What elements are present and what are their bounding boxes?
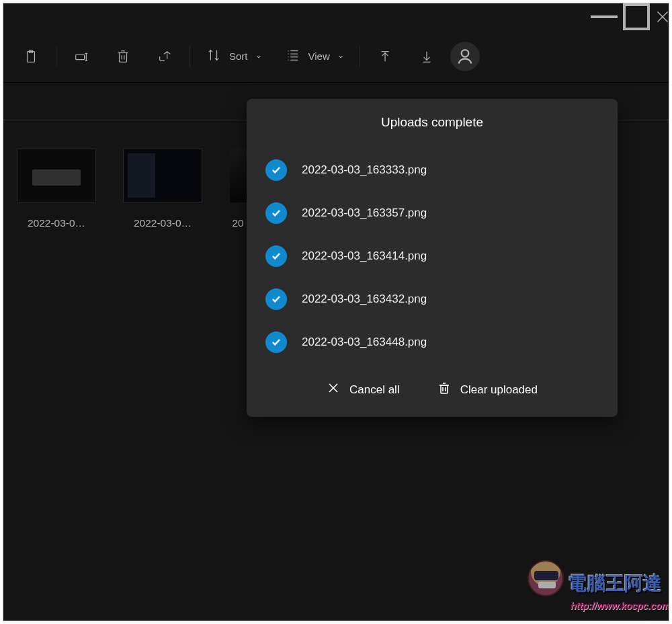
- chevron-down-icon: [338, 50, 343, 62]
- check-icon: [265, 332, 287, 353]
- rename-button[interactable]: [60, 42, 102, 71]
- window-titlebar: [3, 3, 669, 30]
- view-label: View: [308, 50, 330, 62]
- sort-button[interactable]: Sort: [194, 42, 274, 71]
- popup-title: Uploads complete: [247, 115, 618, 130]
- file-item[interactable]: 2022-03-0…: [15, 149, 97, 229]
- check-icon: [265, 245, 287, 267]
- upload-row[interactable]: 2022-03-03_163357.png: [265, 192, 599, 235]
- uploads-popup: Uploads complete 2022-03-03_163333.png 2…: [247, 99, 618, 417]
- upload-row[interactable]: 2022-03-03_163414.png: [265, 235, 599, 278]
- upload-button[interactable]: [364, 42, 406, 71]
- view-icon: [286, 48, 300, 65]
- svg-rect-6: [76, 54, 85, 59]
- share-button[interactable]: [144, 42, 185, 71]
- sort-label: Sort: [229, 50, 248, 62]
- trash-icon: [437, 381, 451, 398]
- upload-filename: 2022-03-03_163448.png: [302, 336, 427, 349]
- upload-row[interactable]: 2022-03-03_163448.png: [265, 321, 599, 364]
- upload-filename: 2022-03-03_163357.png: [302, 206, 427, 220]
- file-name: 20: [228, 217, 248, 229]
- clear-uploaded-label: Clear uploaded: [460, 383, 538, 397]
- upload-filename: 2022-03-03_163432.png: [302, 292, 427, 306]
- thumbnail: [17, 149, 96, 202]
- chevron-down-icon: [256, 50, 261, 62]
- popup-actions: Cancel all Clear uploaded: [247, 381, 618, 398]
- separator: [190, 46, 190, 67]
- upload-row[interactable]: 2022-03-03_163333.png: [265, 149, 599, 192]
- toolbar: Sort View: [3, 30, 669, 83]
- svg-rect-1: [624, 5, 648, 29]
- upload-filename: 2022-03-03_163333.png: [302, 163, 427, 177]
- maximize-button[interactable]: [620, 3, 653, 30]
- cancel-all-button[interactable]: Cancel all: [327, 381, 400, 398]
- clear-uploaded-button[interactable]: Clear uploaded: [437, 381, 538, 398]
- cancel-all-label: Cancel all: [349, 383, 400, 397]
- separator: [360, 46, 360, 67]
- sort-icon: [206, 48, 221, 65]
- account-button[interactable]: [450, 42, 480, 71]
- view-button[interactable]: View: [274, 42, 355, 71]
- upload-filename: 2022-03-03_163414.png: [302, 249, 427, 263]
- check-icon: [265, 159, 287, 181]
- check-icon: [265, 288, 287, 310]
- file-item[interactable]: 2022-03-0…: [122, 149, 204, 229]
- check-icon: [265, 202, 287, 224]
- file-name: 2022-03-0…: [15, 217, 97, 229]
- thumbnail: [123, 149, 202, 202]
- svg-point-27: [462, 50, 469, 57]
- upload-row[interactable]: 2022-03-03_163432.png: [265, 278, 599, 321]
- svg-rect-30: [441, 385, 448, 393]
- upload-list: 2022-03-03_163333.png 2022-03-03_163357.…: [247, 149, 618, 364]
- separator: [56, 46, 56, 67]
- delete-button[interactable]: [102, 42, 144, 71]
- download-button[interactable]: [406, 42, 448, 71]
- close-button[interactable]: [653, 3, 669, 30]
- paste-button[interactable]: [10, 42, 52, 71]
- file-name: 2022-03-0…: [122, 217, 204, 229]
- minimize-button[interactable]: [588, 3, 620, 30]
- svg-rect-10: [120, 52, 127, 62]
- person-icon: [456, 47, 474, 66]
- close-icon: [327, 381, 340, 398]
